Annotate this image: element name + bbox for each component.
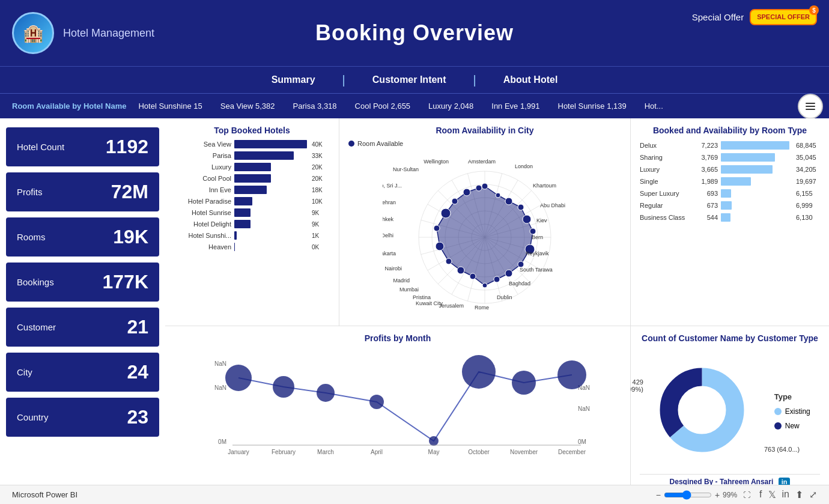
bottom-bar-right: − + 99% ⛶ f 𝕏 in ⬆ ⤢: [656, 489, 817, 500]
svg-text:January: January: [228, 449, 249, 455]
customer-type-panel: Count of Customer Name by Customer Type: [631, 326, 829, 485]
svg-text:Wellington: Wellington: [424, 159, 449, 165]
room-type-booked: 3,769: [694, 154, 718, 161]
bar-container: [234, 220, 307, 228]
svg-text:Kiev: Kiev: [536, 217, 547, 223]
room-type-bar: [721, 189, 731, 198]
room-type-label: Regular: [640, 202, 694, 209]
room-type-avail: 6,130: [796, 214, 820, 221]
bar-row: Parisa 33K: [174, 151, 330, 160]
zoom-plus[interactable]: +: [715, 490, 720, 500]
kpi-customer: Customer 21: [6, 308, 159, 347]
bar-fill: [234, 186, 267, 194]
kpi-bookings: Bookings 177K: [6, 263, 159, 302]
page-title: Booking Overview: [315, 20, 514, 46]
bar-container: [234, 231, 307, 240]
bar-fill: [234, 197, 252, 205]
svg-point-52: [476, 185, 482, 191]
room-type-row: Delux 7,223 68,845: [640, 141, 820, 150]
charts-row-top: Top Booked Hotels Sea View 40K Parisa 33…: [165, 118, 829, 326]
main-content: Hotel Count 1192 Profits 72M Rooms 19K B…: [0, 118, 829, 485]
bar-label: Luxury: [174, 163, 231, 171]
svg-point-86: [369, 395, 384, 409]
bar-container: [234, 197, 307, 205]
tab-customer-intent[interactable]: Customer Intent: [348, 70, 470, 90]
bar-label: Hotel Paradise: [174, 198, 231, 205]
linkedin-bottom-icon[interactable]: in: [782, 489, 789, 500]
powerbi-label: Microsoft Power BI: [12, 490, 77, 499]
new-label: 763 (64.0...): [764, 446, 800, 453]
svg-text:April: April: [371, 449, 383, 455]
tab-about-hotel[interactable]: About Hotel: [479, 70, 582, 90]
room-type-bar-container: [721, 153, 793, 162]
hotel-item-4: Luxury 2,048: [428, 102, 473, 111]
bar-label: Hotel Sunshi...: [174, 232, 231, 239]
zoom-value: 99%: [723, 491, 737, 499]
tab-divider-1: |: [342, 73, 345, 87]
share-icon[interactable]: ⬆: [795, 489, 803, 500]
room-type-label: Luxury: [640, 166, 694, 173]
svg-point-36: [518, 204, 524, 210]
svg-text:Rome: Rome: [475, 305, 489, 311]
hotel-item-1: Sea View 5,382: [220, 102, 275, 111]
bar-label: Cool Pool: [174, 175, 231, 182]
room-type-row: Business Class 544 6,130: [640, 213, 820, 222]
svg-point-43: [482, 283, 487, 288]
bar-fill: [234, 151, 294, 160]
top-hotels-panel: Top Booked Hotels Sea View 40K Parisa 33…: [165, 118, 339, 326]
room-type-booked: 7,223: [694, 142, 718, 149]
room-type-booked: 1,989: [694, 178, 718, 185]
existing-label: 429 (35.99%): [631, 378, 643, 393]
bar-label: Hotel Delight: [174, 220, 231, 228]
menu-icon[interactable]: [798, 94, 823, 119]
charts-row-bottom: Profits by Month NaN NaN 0M NaN NaN 0M: [165, 326, 829, 485]
fullscreen-icon[interactable]: ⛶: [743, 491, 750, 499]
room-type-label: Single: [640, 178, 694, 185]
linkedin-icon[interactable]: in: [779, 478, 791, 485]
hotel-item-7: Hot...: [645, 102, 663, 111]
booked-avail-rows: Delux 7,223 68,845 Sharing 3,769 35,045 …: [640, 141, 820, 222]
room-type-avail: 68,845: [796, 142, 820, 149]
tab-summary[interactable]: Summary: [247, 70, 339, 90]
tab-divider-2: |: [473, 73, 476, 87]
twitter-icon[interactable]: 𝕏: [768, 489, 776, 500]
room-type-avail: 6,999: [796, 202, 820, 209]
bar-row: Heaven 0K: [174, 243, 330, 251]
svg-text:Tehran: Tehran: [383, 199, 396, 205]
svg-text:Abu Dhabi: Abu Dhabi: [540, 202, 565, 208]
facebook-icon[interactable]: f: [759, 489, 762, 500]
svg-text:South Tarawa: South Tarawa: [520, 267, 553, 273]
svg-point-51: [463, 189, 470, 196]
svg-text:0M: 0M: [218, 439, 226, 445]
room-type-bar: [721, 177, 751, 186]
app-container: 🏨 Hotel Management Booking Overview Spec…: [0, 0, 829, 504]
bar-value: 9K: [312, 210, 330, 216]
kpi-profits: Profits 72M: [6, 172, 159, 211]
svg-point-38: [530, 228, 536, 234]
svg-text:October: October: [468, 449, 490, 455]
bar-fill: [234, 174, 271, 183]
bar-container: [234, 163, 307, 171]
customer-type-title: Count of Customer Name by Customer Type: [640, 333, 820, 343]
svg-text:Reykjavik: Reykjavik: [526, 250, 549, 257]
kpi-rooms: Rooms 19K: [6, 217, 159, 257]
bar-container: [234, 186, 307, 194]
svg-rect-0: [806, 103, 815, 104]
svg-marker-32: [437, 186, 533, 285]
logo: 🏨: [12, 12, 54, 54]
expand-icon[interactable]: ⤢: [809, 489, 817, 500]
radar-svg: Amsterdam London Khartoum Abu Dhabi Kiev…: [383, 150, 587, 318]
kpi-profits-label: Profits: [17, 187, 43, 197]
svg-point-42: [494, 276, 500, 282]
bar-container: [234, 208, 307, 217]
svg-text:Nur-Sultan: Nur-Sultan: [393, 166, 419, 172]
special-offer-badge[interactable]: SPECIAL OFFER: [750, 9, 817, 25]
svg-text:Pristina: Pristina: [413, 294, 431, 300]
bar-value: 9K: [312, 221, 330, 228]
zoom-slider[interactable]: [664, 490, 712, 500]
booked-avail-title: Booked and Availability by Room Type: [640, 126, 820, 135]
zoom-minus[interactable]: −: [656, 490, 661, 500]
kpi-city-label: City: [17, 367, 32, 377]
bar-row: Hotel Delight 9K: [174, 220, 330, 228]
bar-value: 33K: [312, 153, 330, 159]
